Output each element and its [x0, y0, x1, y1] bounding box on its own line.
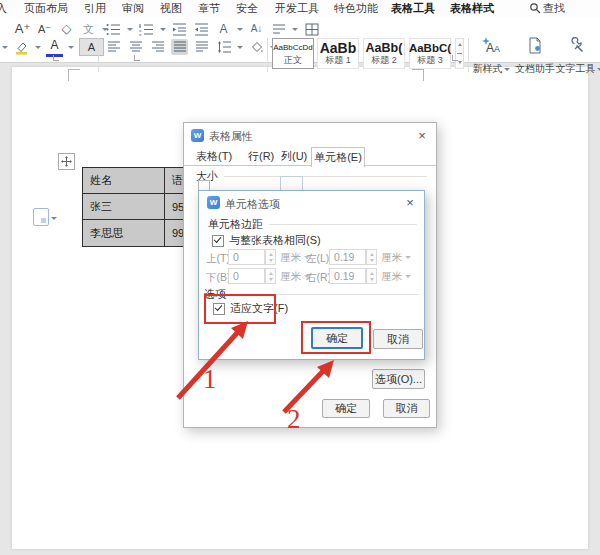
increase-indent-icon[interactable]: [193, 21, 210, 37]
style-item-body[interactable]: AaBbCcDd 正文: [272, 38, 314, 69]
search-icon: [529, 2, 541, 16]
right-unit-dropdown[interactable]: 厘米: [381, 270, 411, 284]
left-margin-field[interactable]: 0.19: [329, 249, 366, 265]
annotation-number-1: 1: [203, 366, 217, 393]
chevron-down-icon: [504, 68, 510, 74]
shading-icon[interactable]: [248, 39, 265, 55]
table-move-handle[interactable]: [58, 153, 75, 170]
chevron-down-icon[interactable]: [237, 28, 243, 34]
new-style-button[interactable]: AA 新样式: [472, 37, 510, 76]
text-tool-button[interactable]: 文字工具: [560, 37, 598, 76]
decrease-indent-icon[interactable]: [171, 21, 188, 37]
cell-margins-section-label: 单元格边距: [208, 217, 417, 232]
close-icon[interactable]: ×: [401, 194, 419, 210]
insert-table-icon[interactable]: [303, 21, 320, 37]
tab-cell[interactable]: 单元格(E): [311, 147, 365, 167]
menu-item-insert-partial[interactable]: 入: [0, 1, 7, 16]
cjk-layout-icon[interactable]: [270, 21, 287, 37]
dialog-title: 单元格选项: [225, 197, 280, 212]
align-right-icon[interactable]: [149, 39, 166, 55]
char-shading-icon[interactable]: A: [79, 38, 104, 56]
chevron-down-icon[interactable]: [237, 46, 243, 52]
menu-item-dev-tools[interactable]: 开发工具: [275, 1, 319, 16]
text-direction-icon[interactable]: A: [215, 21, 232, 37]
tab-table[interactable]: 表格(T): [196, 149, 232, 164]
toolbar-divider: [468, 38, 469, 72]
dialog-title: 表格属性: [209, 129, 253, 144]
numbered-list-icon[interactable]: [138, 21, 155, 37]
chevron-down-icon: [405, 256, 411, 262]
bullet-list-icon[interactable]: [105, 21, 122, 37]
annotation-rect-ok-button: [301, 321, 371, 354]
table-cell[interactable]: 姓名: [83, 168, 165, 194]
menu-item-security[interactable]: 安全: [236, 1, 258, 16]
clear-format-icon[interactable]: ◇: [58, 21, 75, 37]
style-item-heading1[interactable]: AaBb 标题 1: [317, 38, 359, 69]
toolbar-divider: [98, 38, 99, 72]
wrench-icon: [571, 37, 587, 56]
ok-button[interactable]: 确定: [322, 399, 370, 418]
bottom-margin-stepper[interactable]: [265, 268, 276, 284]
same-as-table-checkbox-row[interactable]: 与整张表格相同(S): [212, 233, 321, 248]
svg-text:A: A: [486, 41, 494, 54]
text-margin-mark: [412, 69, 424, 81]
menu-item-table-tools[interactable]: 表格工具: [391, 1, 435, 16]
tab-column[interactable]: 列(U): [281, 149, 307, 164]
chevron-down-icon[interactable]: [35, 46, 41, 52]
chevron-down-icon[interactable]: [51, 217, 57, 223]
justify-icon[interactable]: [171, 39, 188, 55]
chevron-down-icon: [597, 68, 600, 74]
doc-assistant-button[interactable]: 文档助手: [513, 37, 557, 76]
line-spacing-icon[interactable]: [215, 39, 232, 55]
left-unit-dropdown[interactable]: 厘米: [381, 251, 411, 265]
chevron-down-icon[interactable]: [127, 28, 133, 34]
style-gallery-scroll[interactable]: [455, 38, 464, 69]
cancel-button[interactable]: 取消: [373, 329, 423, 349]
chevron-down-icon[interactable]: [2, 46, 8, 52]
style-item-heading2[interactable]: AaBb( 标题 2: [363, 38, 405, 69]
menu-item-section[interactable]: 章节: [198, 1, 220, 16]
paste-options-icon[interactable]: [33, 208, 49, 226]
top-margin-field[interactable]: 0: [228, 249, 265, 265]
bottom-margin-field[interactable]: 0: [228, 268, 265, 284]
font-decrease-icon[interactable]: A⁻: [36, 21, 53, 37]
chevron-down-icon[interactable]: [292, 28, 298, 34]
doc-assistant-icon: [527, 37, 543, 56]
font-increase-icon[interactable]: A⁺: [14, 21, 31, 37]
toolbar-divider: [267, 38, 268, 72]
menu-item-references[interactable]: 引用: [84, 1, 106, 16]
table-cell[interactable]: 李思思: [83, 220, 165, 247]
find-button[interactable]: 查找: [529, 1, 565, 16]
chevron-down-icon[interactable]: [160, 28, 166, 34]
left-margin-stepper[interactable]: [366, 249, 377, 265]
size-section-label: 大小: [196, 169, 427, 184]
table-cell[interactable]: 张三: [83, 194, 165, 220]
top-margin-stepper[interactable]: [265, 249, 276, 265]
distribute-icon[interactable]: [193, 39, 210, 55]
close-icon[interactable]: ×: [413, 127, 431, 143]
right-margin-field[interactable]: 0.19: [329, 268, 366, 284]
checkbox-icon[interactable]: [212, 235, 224, 247]
menu-item-view[interactable]: 视图: [160, 1, 182, 16]
right-margin-stepper[interactable]: [366, 268, 377, 284]
chevron-down-icon[interactable]: [68, 46, 74, 52]
phonetic-guide-icon[interactable]: 文: [80, 21, 97, 37]
menu-item-table-style[interactable]: 表格样式: [450, 1, 494, 16]
align-center-icon[interactable]: [127, 39, 144, 55]
tab-row[interactable]: 行(R): [248, 149, 274, 164]
font-color-icon[interactable]: A: [46, 38, 63, 57]
menu-bar: 入 页面布局 引用 审阅 视图 章节 安全 开发工具 特色功能 表格工具 表格样…: [0, 0, 600, 17]
wps-writer-window: 入 页面布局 引用 审阅 视图 章节 安全 开发工具 特色功能 表格工具 表格样…: [0, 0, 600, 555]
options-button[interactable]: 选项(O)...: [372, 369, 425, 389]
tab-underline: [184, 165, 436, 166]
menu-item-page-layout[interactable]: 页面布局: [24, 1, 68, 16]
highlight-color-icon[interactable]: [13, 39, 30, 55]
formatting-toolbar: A⁺ A⁻ ◇ 文 A A A A↓: [0, 17, 600, 63]
new-style-icon: AA: [481, 37, 501, 56]
menu-item-review[interactable]: 审阅: [122, 1, 144, 16]
sort-icon[interactable]: A↓: [248, 21, 265, 37]
align-left-icon[interactable]: [105, 39, 122, 55]
style-item-heading3[interactable]: AaBbC( 标题 3: [409, 38, 451, 69]
cancel-button[interactable]: 取消: [383, 399, 430, 418]
menu-item-special-features[interactable]: 特色功能: [334, 1, 378, 16]
